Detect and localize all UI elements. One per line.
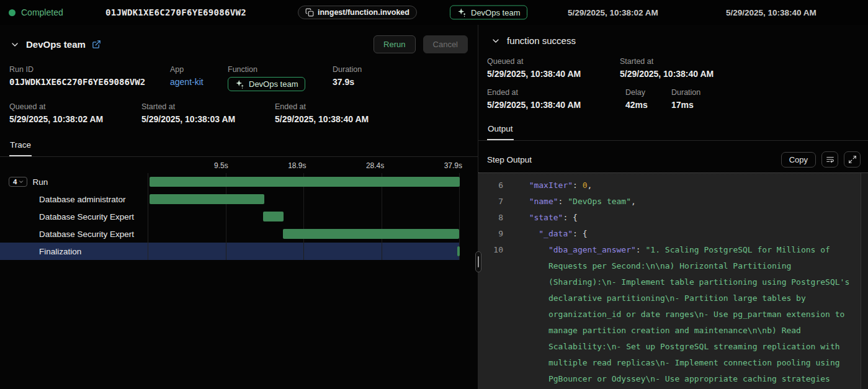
run-status-bar: Completed 01JWDK1XE6C270F6YE69086VW2 inn… — [0, 0, 868, 25]
step-header: function success — [478, 25, 868, 55]
trace-row-label: Database Security Expert — [39, 212, 134, 221]
trace-row[interactable]: Database Security Expert — [0, 225, 460, 243]
code-token: : — [636, 245, 646, 254]
trace-rows: 4RunDatabase administratorDatabase Secur… — [0, 173, 460, 260]
code-token: "name" — [529, 197, 558, 206]
code-token: : — [558, 197, 568, 206]
run-id: 01JWDK1XE6C270F6YE69086VW2 — [9, 77, 170, 87]
code-line: 9"_data": { — [478, 226, 861, 242]
trace-ticks: 9.5s18.9s28.4s37.9s — [148, 158, 460, 173]
event-badge-label: inngest/function.invoked — [318, 8, 409, 17]
run-details-panel: DevOps team Rerun Cancel Run ID 01JWDK1X… — [0, 25, 478, 389]
trace-tick-label: 28.4s — [366, 161, 384, 170]
sparkles-icon — [235, 79, 244, 89]
function-badge-label: DevOps team — [471, 8, 520, 17]
trace-row-graph — [148, 190, 460, 208]
started-at-value: 5/29/2025, 10:38:03 AM — [141, 114, 275, 124]
code-line: 8"state": { — [478, 210, 861, 226]
trace-row-graph — [148, 225, 460, 243]
trace-row-graph — [148, 243, 460, 260]
run-id-value: 01JWDK1XE6C270F6YE69086VW2 — [105, 7, 246, 17]
trace-row-label: Finalization — [39, 247, 81, 256]
run-title: DevOps team — [26, 39, 86, 50]
trace-waterfall: 9.5s18.9s28.4s37.9s 4RunDatabase adminis… — [0, 158, 460, 260]
queued-at-value: 5/29/2025, 10:38:02 AM — [9, 114, 141, 124]
ended-at-value: 5/29/2025, 10:38:40 AM — [275, 114, 468, 124]
line-number: 6 — [478, 177, 503, 194]
trace-span-bar[interactable] — [283, 229, 459, 239]
line-number: 7 — [478, 194, 503, 210]
event-badge[interactable]: inngest/function.invoked — [298, 6, 417, 19]
panel-resize-handle[interactable] — [475, 251, 481, 272]
code-token: "maxIter" — [529, 181, 573, 190]
ended-at-label: Ended at — [487, 88, 625, 97]
sparkles-icon — [457, 8, 467, 17]
trace-span-bar[interactable] — [457, 246, 460, 256]
status-dot-icon — [9, 9, 16, 16]
trace-row-label: Database Security Expert — [39, 230, 134, 239]
expand-icon — [848, 155, 857, 164]
code-token: : { — [573, 229, 587, 238]
run-queued-timestamp: 5/29/2025, 10:38:02 AM — [568, 8, 658, 17]
trace-tick-label: 37.9s — [444, 161, 462, 170]
line-number: 10 — [478, 242, 503, 389]
started-at-value: 5/29/2025, 10:38:40 AM — [620, 69, 859, 79]
run-header: DevOps team Rerun Cancel — [0, 25, 478, 62]
trace-row[interactable]: Database administrator — [0, 190, 460, 208]
event-copy-icon — [305, 8, 314, 17]
function-badge[interactable]: DevOps team — [450, 6, 527, 20]
run-meta-row2: Queued at 5/29/2025, 10:38:02 AM Started… — [0, 91, 478, 124]
step-tabs: Output — [478, 120, 868, 141]
code-lines: 6"maxIter": 0,7"name": "DevOps team",8"s… — [478, 177, 861, 389]
trace-span-bar[interactable] — [150, 177, 460, 187]
queued-at-label: Queued at — [487, 57, 620, 66]
trace-axis: 9.5s18.9s28.4s37.9s — [0, 158, 460, 173]
queued-at-value: 5/29/2025, 10:38:40 AM — [487, 69, 620, 79]
trace-row-graph — [148, 208, 460, 225]
code-scrollbar[interactable] — [861, 173, 868, 389]
app-link[interactable]: agent-kit — [170, 77, 228, 87]
cancel-button[interactable]: Cancel — [423, 35, 468, 53]
step-output-title: Step Output — [487, 155, 532, 164]
code-line: 10"dba_agent_answer": "1. Scaling Postgr… — [478, 242, 861, 389]
code-token: , — [631, 197, 636, 206]
trace-tick-label: 9.5s — [214, 161, 228, 170]
step-title: function success — [507, 35, 576, 46]
run-status: Completed — [9, 7, 63, 17]
rerun-button[interactable]: Rerun — [374, 35, 415, 53]
trace-tick-label: 18.9s — [288, 161, 306, 170]
function-pill[interactable]: DevOps team — [228, 77, 305, 91]
delay-label: Delay — [625, 88, 671, 97]
code-token: "1. Scaling PostgreSQL for Millions of R… — [548, 245, 864, 389]
code-token: : — [573, 181, 583, 190]
collapse-chevron-icon[interactable] — [491, 36, 501, 46]
wrap-text-button[interactable] — [821, 151, 838, 168]
trace-row[interactable]: Finalization — [0, 243, 460, 260]
tab-output[interactable]: Output — [487, 120, 514, 140]
step-output-header: Step Output Copy — [478, 146, 868, 172]
status-label: Completed — [21, 7, 63, 17]
run-meta-row1: Run ID 01JWDK1XE6C270F6YE69086VW2 App ag… — [0, 62, 478, 91]
code-token: 0 — [583, 181, 588, 190]
expand-button[interactable] — [844, 151, 861, 168]
trace-row-graph — [148, 173, 460, 190]
trace-row[interactable]: Database Security Expert — [0, 208, 460, 225]
span-count: 4 — [13, 178, 17, 186]
collapse-chevron-icon[interactable] — [10, 40, 20, 50]
step-output-code[interactable]: 6"maxIter": 0,7"name": "DevOps team",8"s… — [478, 172, 868, 389]
copy-button[interactable]: Copy — [781, 152, 816, 168]
duration-label: Duration — [333, 65, 468, 74]
trace-span-bar[interactable] — [150, 194, 264, 204]
started-at-label: Started at — [620, 57, 859, 66]
trace-row-label: Database administrator — [39, 195, 126, 204]
line-number: 8 — [478, 210, 503, 226]
code-token: "DevOps team" — [568, 197, 631, 206]
external-link-icon[interactable] — [92, 40, 101, 49]
queued-at-label: Queued at — [9, 102, 141, 111]
code-token: "state" — [529, 213, 563, 222]
tab-trace[interactable]: Trace — [9, 136, 32, 156]
span-count-badge[interactable]: 4 — [9, 177, 27, 187]
run-tabs: Trace — [0, 136, 478, 157]
trace-span-bar[interactable] — [263, 212, 284, 221]
trace-row[interactable]: 4Run — [0, 173, 460, 190]
